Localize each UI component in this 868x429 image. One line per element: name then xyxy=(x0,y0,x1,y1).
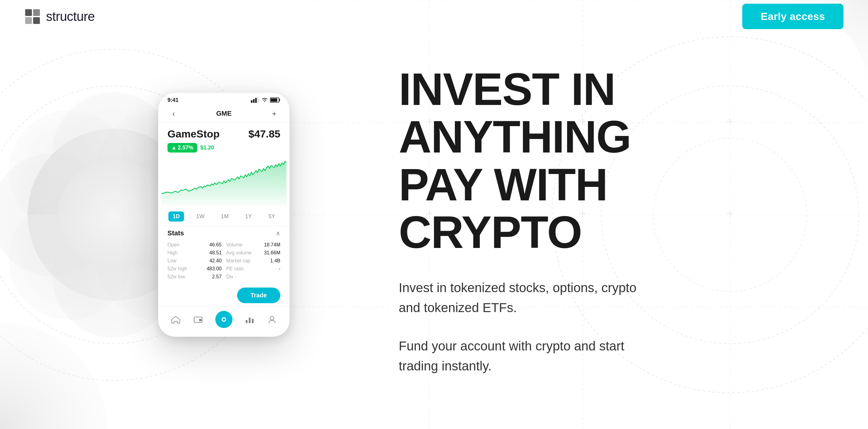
svg-point-46 xyxy=(223,318,225,321)
desc1-line1: Invest in tokenized stocks, options, cry… xyxy=(399,280,637,295)
logo-text: structure xyxy=(46,9,95,24)
svg-point-50 xyxy=(270,316,274,320)
stat-label: High xyxy=(167,250,178,256)
svg-rect-43 xyxy=(271,98,277,101)
stats-col: Market cap 1.4B xyxy=(226,258,280,264)
phone-nav: ‹ GME + xyxy=(158,105,289,122)
stat-value: 48.51 xyxy=(210,250,222,256)
stats-row: Low 42.40 Market cap 1.4B xyxy=(167,257,280,265)
svg-rect-37 xyxy=(251,100,252,103)
trade-nav-icon[interactable] xyxy=(215,311,232,328)
stats-col: 52w high 483.00 xyxy=(167,266,222,272)
phone-status-bar: 9:41 xyxy=(158,93,289,105)
back-button[interactable]: ‹ xyxy=(167,109,180,118)
phone-time: 9:41 xyxy=(167,97,179,103)
svg-rect-38 xyxy=(253,99,255,103)
stat-value: 31.66M xyxy=(264,250,280,256)
time-period-tabs: 1D 1W 1M 1Y 5Y xyxy=(158,209,289,226)
desc2-line1: Fund your account with crypto and start xyxy=(399,339,624,353)
stat-value: 18.74M xyxy=(264,242,280,248)
add-button[interactable]: + xyxy=(268,109,280,118)
stat-value: 42.40 xyxy=(210,258,222,264)
stats-grid: Open 46.65 Volume 18.74M High 48.51 Avg … xyxy=(158,240,289,286)
stat-value: 2.57 xyxy=(212,274,221,280)
tab-1d[interactable]: 1D xyxy=(168,211,184,221)
chart-nav-icon[interactable] xyxy=(244,314,255,325)
hero-description-1: Invest in tokenized stocks, options, cry… xyxy=(399,278,721,317)
trade-button[interactable]: Trade xyxy=(237,287,280,303)
stat-label: Open xyxy=(167,242,179,248)
stats-chevron-icon[interactable]: ∧ xyxy=(276,229,280,237)
tab-5y[interactable]: 5Y xyxy=(264,211,279,221)
logo-icon xyxy=(25,8,40,25)
change-pct: 2.57% xyxy=(178,145,193,151)
stock-change: ▲ 2.57% $1.20 xyxy=(158,143,289,157)
stock-header: GameStop $47.85 xyxy=(158,122,289,143)
stats-col: 52w low 2.57 xyxy=(167,274,222,280)
home-nav-icon[interactable] xyxy=(170,314,181,325)
stat-label: Market cap xyxy=(226,258,250,264)
wifi-icon xyxy=(261,97,268,103)
svg-rect-39 xyxy=(255,98,257,103)
stat-label: Volume xyxy=(226,242,242,248)
headline-line2: ANYTHING xyxy=(399,112,631,162)
stock-chart xyxy=(161,157,286,206)
stat-label: PE ratio xyxy=(226,266,244,272)
stat-label: 52w high xyxy=(167,266,187,272)
stats-row: 52w high 483.00 PE ratio - xyxy=(167,265,280,273)
change-amount: $1.20 xyxy=(200,145,214,151)
header: structure Early access xyxy=(0,0,868,33)
phone-mockup: 9:41 xyxy=(158,92,290,337)
tab-1y[interactable]: 1Y xyxy=(241,211,256,221)
stats-col: Volume 18.74M xyxy=(226,242,280,248)
stat-value: - xyxy=(279,266,280,272)
svg-rect-48 xyxy=(249,317,251,323)
svg-rect-42 xyxy=(279,99,280,101)
battery-icon xyxy=(270,97,280,103)
profile-nav-icon[interactable] xyxy=(267,314,278,325)
svg-rect-45 xyxy=(199,319,202,321)
stat-value: 1.4B xyxy=(270,258,280,264)
stock-symbol: GME xyxy=(180,110,268,118)
early-access-button[interactable]: Early access xyxy=(742,4,843,29)
stat-label: Avg volume xyxy=(226,250,251,256)
stat-value: 46.65 xyxy=(210,242,222,248)
chart-container xyxy=(161,157,286,206)
svg-rect-34 xyxy=(33,9,40,16)
stock-price: $47.85 xyxy=(248,128,280,140)
svg-rect-33 xyxy=(25,9,32,16)
svg-rect-47 xyxy=(246,320,248,323)
desc2-line2: trading instantly. xyxy=(399,359,492,373)
logo: structure xyxy=(25,8,95,25)
svg-rect-40 xyxy=(257,97,259,103)
hero-description-2: Fund your account with crypto and start … xyxy=(399,336,721,376)
main-content: 9:41 xyxy=(0,0,868,429)
stock-name: GameStop xyxy=(167,128,220,140)
stats-col: High 48.51 xyxy=(167,250,222,256)
stats-header: Stats ∧ xyxy=(158,226,289,240)
stats-col-div: Div - xyxy=(226,274,280,280)
svg-rect-35 xyxy=(25,17,32,24)
hero-headline: INVEST IN ANYTHING PAY WITH CRYPTO xyxy=(399,65,721,256)
phone-area: 9:41 xyxy=(98,92,350,337)
stats-row: 52w low 2.57 Div - xyxy=(167,273,280,281)
stats-col: PE ratio - xyxy=(226,266,280,272)
change-badge: ▲ 2.57% xyxy=(167,143,197,153)
stats-title: Stats xyxy=(167,229,184,237)
svg-rect-36 xyxy=(33,17,40,24)
stats-col: Avg volume 31.66M xyxy=(226,250,280,256)
wallet-nav-icon[interactable] xyxy=(193,314,204,325)
tab-1w[interactable]: 1W xyxy=(192,211,209,221)
trade-row: Trade xyxy=(158,286,289,306)
status-icons xyxy=(251,97,280,103)
up-arrow-icon: ▲ xyxy=(171,145,177,151)
stat-label: Low xyxy=(167,258,176,264)
stats-row: Open 46.65 Volume 18.74M xyxy=(167,241,280,249)
hero-content: INVEST IN ANYTHING PAY WITH CRYPTO Inves… xyxy=(350,29,764,400)
stats-row: High 48.51 Avg volume 31.66M xyxy=(167,249,280,257)
stats-col: Open 46.65 xyxy=(167,242,222,248)
headline-line1: INVEST IN xyxy=(399,64,615,115)
svg-rect-49 xyxy=(252,319,254,323)
tab-1m[interactable]: 1M xyxy=(217,211,233,221)
stat-label: Div - xyxy=(226,274,236,280)
